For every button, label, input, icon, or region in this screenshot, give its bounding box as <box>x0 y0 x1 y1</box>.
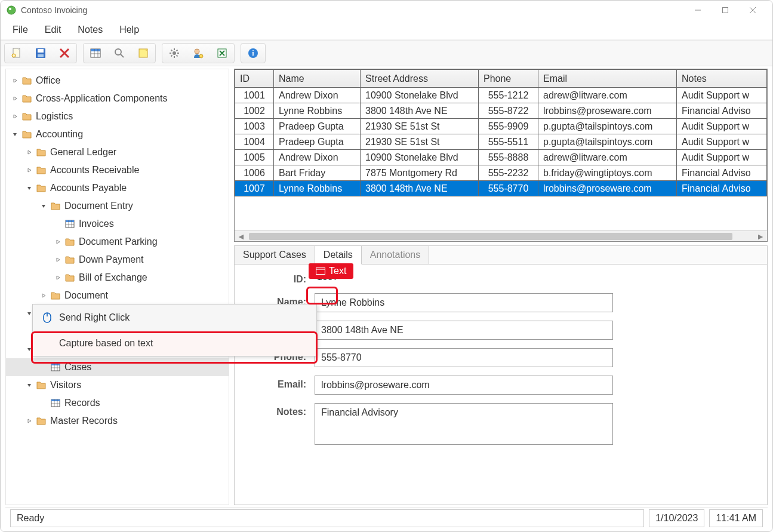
menu-help[interactable]: Help <box>111 21 147 39</box>
table-cell-street: 21930 SE 51st St <box>361 134 479 150</box>
folder-icon <box>36 380 47 390</box>
menu-item-label: Send Right Click <box>59 312 130 323</box>
tab-support-cases[interactable]: Support Cases <box>235 246 315 264</box>
table-row[interactable]: 1007Lynne Robbins3800 148th Ave NE555-87… <box>235 181 767 196</box>
tree-node-invoices[interactable]: Invoices <box>6 215 229 233</box>
tree-node-down-payment[interactable]: Down Payment <box>6 251 229 269</box>
delete-button[interactable] <box>53 44 76 63</box>
svg-rect-24 <box>51 364 60 365</box>
table-button[interactable] <box>84 44 107 63</box>
table-row[interactable]: 1001Andrew Dixon10900 Stonelake Blvd555-… <box>235 88 767 103</box>
form-field-phone[interactable]: 555-8770 <box>315 348 613 367</box>
tree-node-general-ledger[interactable]: General Ledger <box>6 143 229 161</box>
tree-node-master-records[interactable]: Master Records <box>6 412 229 430</box>
tree-node-label: Accounts Receivable <box>50 165 139 176</box>
tree-node-label: Logistics <box>36 111 73 122</box>
table-cell-notes: Audit Support w <box>677 88 767 103</box>
menu-file[interactable]: File <box>4 21 36 39</box>
svg-rect-28 <box>316 268 325 275</box>
save-button[interactable] <box>29 44 53 63</box>
tree-node-logistics[interactable]: Logistics <box>6 107 229 125</box>
tree-node-label: Master Records <box>50 416 118 426</box>
tree-node-cases[interactable]: Cases <box>6 358 229 376</box>
tree-node-records[interactable]: Records <box>6 394 229 412</box>
tree-node-visitors[interactable]: Visitors <box>6 376 229 394</box>
tree-node-label: Records <box>64 398 100 408</box>
grid-horizontal-scrollbar[interactable]: ◄ ► <box>235 230 767 241</box>
tree-node-accounts-payable[interactable]: Accounts Payable <box>6 179 229 197</box>
form-value-id: 1007 <box>315 270 613 284</box>
table-row[interactable]: 1002Lynne Robbins3800 148th Ave NE555-87… <box>235 103 767 119</box>
search-button[interactable] <box>107 44 131 63</box>
form-field-notes[interactable]: Financial Advisory <box>315 403 613 445</box>
window-icon <box>316 267 325 275</box>
tree-node-label: Document <box>64 290 108 301</box>
settings-button[interactable] <box>162 44 186 63</box>
menu-edit[interactable]: Edit <box>36 21 70 39</box>
tab-details[interactable]: Details <box>315 246 362 265</box>
detail-tabs: Support Cases Details Annotations <box>235 246 767 265</box>
svg-point-1 <box>9 8 11 10</box>
menu-notes[interactable]: Notes <box>69 21 111 39</box>
tree-node-accounts-receivable[interactable]: Accounts Receivable <box>6 161 229 179</box>
tree-node-office[interactable]: Office <box>6 72 229 90</box>
table-row[interactable]: 1005Andrew Dixon10900 Stonelake Blvd555-… <box>235 150 767 165</box>
detail-panel: Support Cases Details Annotations ID: 10… <box>234 245 768 505</box>
tree-node-bill-of-exchange[interactable]: Bill of Exchange <box>6 269 229 287</box>
table-cell-phone: 555-1212 <box>479 88 538 103</box>
user-button[interactable] <box>186 44 210 63</box>
tree-node-cross-app[interactable]: Cross-Application Components <box>6 90 229 107</box>
app-icon <box>7 5 16 15</box>
grid-header-name[interactable]: Name <box>274 70 361 88</box>
svg-rect-3 <box>723 8 728 13</box>
minimize-button[interactable] <box>684 1 712 20</box>
grid-header-id[interactable]: ID <box>235 70 274 88</box>
tree-node-document-entry[interactable]: Document Entry <box>6 197 229 215</box>
table-row[interactable]: 1004Pradeep Gupta21930 SE 51st St555-551… <box>235 134 767 150</box>
table-cell-phone: 555-9909 <box>479 119 538 134</box>
excel-button[interactable] <box>210 44 234 63</box>
svg-rect-8 <box>38 54 44 57</box>
menu-send-right-click[interactable]: Send Right Click <box>33 305 316 331</box>
tree-node-accounting[interactable]: Accounting <box>6 125 229 143</box>
navigation-tree[interactable]: OfficeCross-Application ComponentsLogist… <box>5 69 229 505</box>
note-button[interactable] <box>131 44 155 63</box>
status-date: 1/10/2023 <box>649 509 704 527</box>
grid-header-email[interactable]: Email <box>538 70 677 88</box>
grid-header-phone[interactable]: Phone <box>479 70 538 88</box>
form-field-name[interactable]: Lynne Robbins <box>315 293 613 312</box>
table-cell-street: 7875 Montgomery Rd <box>361 165 479 181</box>
table-icon <box>50 398 61 408</box>
table-cell-email: b.friday@wingtiptoys.com <box>538 165 677 181</box>
table-cell-name: Pradeep Gupta <box>274 119 361 134</box>
new-button[interactable] <box>5 44 29 63</box>
scroll-right-icon[interactable]: ► <box>756 232 765 241</box>
status-bar: Ready 1/10/2023 11:41 AM <box>5 508 768 528</box>
grid-header-street[interactable]: Street Address <box>361 70 479 88</box>
info-button[interactable]: i <box>241 44 265 63</box>
form-field-email[interactable]: lrobbins@proseware.com <box>315 376 613 395</box>
table-cell-id: 1007 <box>235 181 274 196</box>
close-button[interactable] <box>739 1 766 20</box>
tree-node-document-parking[interactable]: Document Parking <box>6 233 229 251</box>
table-row[interactable]: 1006Bart Friday7875 Montgomery Rd555-223… <box>235 165 767 181</box>
table-row[interactable]: 1003Pradeep Gupta21930 SE 51st St555-990… <box>235 119 767 134</box>
form-field-street[interactable]: 3800 148th Ave NE <box>315 321 613 340</box>
form-label-id: ID: <box>247 270 306 285</box>
toolbar: i <box>1 40 772 66</box>
table-cell-email: p.gupta@tailspintoys.com <box>538 119 677 134</box>
grid-header-notes[interactable]: Notes <box>677 70 767 88</box>
tab-annotations[interactable]: Annotations <box>362 246 430 264</box>
svg-rect-10 <box>91 49 100 51</box>
maximize-button[interactable] <box>712 1 739 20</box>
menu-capture-based-on-text[interactable]: Capture based on text <box>33 331 316 356</box>
table-cell-notes: Audit Support w <box>677 134 767 150</box>
folder-icon <box>50 201 61 211</box>
folder-icon <box>36 147 47 158</box>
tree-node-label: Cases <box>64 362 91 373</box>
folder-icon <box>64 254 75 265</box>
data-grid[interactable]: ID Name Street Address Phone Email Notes… <box>234 69 768 242</box>
table-cell-email: lrobbins@proseware.com <box>538 181 677 196</box>
scroll-left-icon[interactable]: ◄ <box>237 232 245 241</box>
tree-node-document[interactable]: Document <box>6 287 229 305</box>
